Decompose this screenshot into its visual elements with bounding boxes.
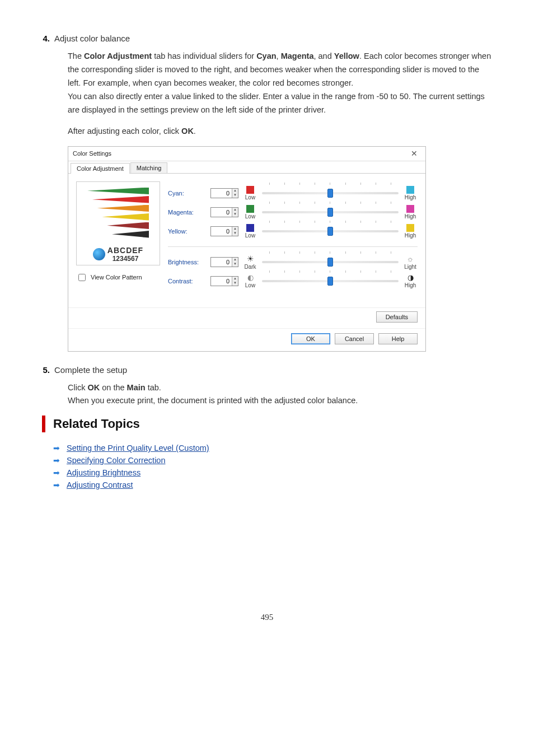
chevron-down-icon[interactable]: ▼ (232, 231, 238, 236)
preview-image: ABCDEF 1234567 (76, 181, 160, 265)
arrow-right-icon: ➡ (53, 468, 61, 477)
spinner-cyan[interactable]: 0 ▲▼ (210, 188, 238, 198)
sun-light-icon: ☼ (407, 254, 414, 263)
ok-button[interactable]: OK (291, 333, 330, 344)
high-label-magenta: High (405, 213, 416, 220)
related-item: ➡ Specifying Color Correction (53, 456, 492, 465)
chevron-up-icon[interactable]: ▲ (232, 258, 238, 262)
defaults-button[interactable]: Defaults (376, 311, 418, 323)
swatch-yellow-icon (406, 224, 414, 232)
slider-yellow[interactable] (262, 225, 399, 237)
low-label-brightness: Dark (244, 264, 256, 270)
low-label-yellow: Low (245, 232, 255, 239)
label-yellow: Yellow: (168, 228, 206, 235)
step-4-number: 4. (42, 34, 54, 43)
preview-sample-text: ABCDEF (107, 246, 143, 255)
spinner-magenta[interactable]: 0 ▲▼ (210, 207, 238, 217)
cancel-button[interactable]: Cancel (335, 333, 374, 344)
related-item: ➡ Setting the Print Quality Level (Custo… (53, 444, 492, 452)
swatch-green-icon (246, 205, 254, 213)
spinner-yellow[interactable]: 0 ▲▼ (210, 226, 238, 236)
label-magenta: Magenta: (168, 209, 206, 216)
high-label-cyan: High (405, 194, 416, 200)
step-5-heading: 5. Complete the setup (42, 365, 492, 375)
chevron-down-icon[interactable]: ▼ (232, 193, 238, 198)
label-brightness: Brightness: (168, 259, 206, 265)
row-yellow: Yellow: 0 ▲▼ Low (168, 222, 418, 241)
tab-color-adjustment[interactable]: Color Adjustment (71, 163, 130, 174)
chevron-down-icon[interactable]: ▼ (232, 262, 238, 267)
spinner-magenta-value[interactable]: 0 (211, 208, 232, 217)
slider-contrast[interactable] (262, 275, 399, 287)
spinner-brightness[interactable]: 0 ▲▼ (210, 257, 238, 267)
step-4-paragraph-2: After adjusting each color, click OK. (42, 125, 492, 138)
sun-dark-icon: ☀ (247, 254, 254, 263)
chevron-up-icon[interactable]: ▲ (232, 277, 238, 281)
row-magenta: Magenta: 0 ▲▼ Low (168, 203, 418, 222)
spinner-contrast-value[interactable]: 0 (211, 277, 232, 286)
arrow-right-icon: ➡ (53, 444, 61, 452)
spinner-brightness-value[interactable]: 0 (211, 258, 232, 267)
related-topics-block: Related Topics (42, 416, 492, 432)
chevron-up-icon[interactable]: ▲ (232, 208, 238, 212)
label-contrast: Contrast: (168, 278, 206, 284)
contrast-low-icon: ◐ (247, 273, 254, 282)
swatch-red-icon (246, 186, 254, 194)
contrast-high-icon: ◑ (407, 273, 414, 282)
row-brightness: Brightness: 0 ▲▼ ☀ Dark (168, 253, 418, 272)
spinner-contrast[interactable]: 0 ▲▼ (210, 276, 238, 286)
low-label-cyan: Low (245, 194, 255, 200)
link-adjust-brightness[interactable]: Adjusting Brightness (67, 468, 140, 477)
related-item: ➡ Adjusting Brightness (53, 468, 492, 477)
related-topics-heading: Related Topics (53, 416, 492, 432)
chevron-down-icon[interactable]: ▼ (232, 281, 238, 286)
arrow-right-icon: ➡ (53, 456, 61, 465)
step-4-title: Adjust color balance (54, 34, 130, 43)
page-number: 495 (42, 613, 492, 622)
view-color-pattern-checkbox[interactable]: View Color Pattern (76, 272, 160, 283)
dialog-title: Color Settings (73, 150, 111, 157)
low-label-magenta: Low (245, 213, 255, 220)
slider-thumb[interactable] (327, 258, 333, 267)
step-4-paragraph-1: The Color Adjustment tab has individual … (42, 50, 492, 117)
slider-cyan[interactable] (262, 187, 399, 199)
related-topics-list: ➡ Setting the Print Quality Level (Custo… (53, 444, 492, 489)
link-print-quality[interactable]: Setting the Print Quality Level (Custom) (67, 444, 209, 452)
view-color-pattern-input[interactable] (78, 274, 86, 281)
swatch-magenta-icon (406, 205, 414, 213)
slider-thumb[interactable] (327, 189, 333, 198)
slider-brightness[interactable] (262, 256, 399, 268)
dialog-tabstrip: Color Adjustment Matching (68, 161, 425, 174)
row-contrast: Contrast: 0 ▲▼ ◐ Low (168, 272, 418, 291)
chevron-down-icon[interactable]: ▼ (232, 212, 238, 217)
row-cyan: Cyan: 0 ▲▼ Low (168, 184, 418, 203)
tab-matching[interactable]: Matching (130, 162, 168, 173)
spinner-yellow-value[interactable]: 0 (211, 227, 232, 236)
link-adjust-contrast[interactable]: Adjusting Contrast (67, 480, 133, 489)
slider-thumb[interactable] (327, 277, 333, 286)
chevron-up-icon[interactable]: ▲ (232, 189, 238, 193)
related-item: ➡ Adjusting Contrast (53, 480, 492, 489)
chevron-up-icon[interactable]: ▲ (232, 227, 238, 231)
swatch-cyan-icon (406, 186, 414, 194)
high-label-contrast: High (405, 282, 416, 288)
spinner-cyan-value[interactable]: 0 (211, 189, 232, 198)
preview-sample-number: 1234567 (107, 255, 143, 263)
slider-thumb[interactable] (327, 208, 333, 217)
high-label-brightness: Light (404, 264, 416, 270)
step-5-number: 5. (42, 365, 54, 375)
help-button[interactable]: Help (378, 333, 418, 344)
link-color-correction[interactable]: Specifying Color Correction (67, 456, 166, 465)
label-cyan: Cyan: (168, 190, 206, 197)
arrow-right-icon: ➡ (53, 480, 61, 489)
step-4-heading: 4. Adjust color balance (42, 34, 492, 43)
low-label-contrast: Low (245, 282, 255, 288)
swatch-blue-icon (246, 224, 254, 232)
view-color-pattern-label: View Color Pattern (91, 274, 142, 281)
dialog-titlebar: Color Settings ✕ (68, 147, 425, 161)
color-settings-dialog: Color Settings ✕ Color Adjustment Matchi… (68, 146, 426, 352)
preview-wedges (87, 188, 149, 238)
slider-magenta[interactable] (262, 206, 399, 218)
slider-thumb[interactable] (327, 227, 333, 236)
close-icon[interactable]: ✕ (407, 149, 421, 158)
